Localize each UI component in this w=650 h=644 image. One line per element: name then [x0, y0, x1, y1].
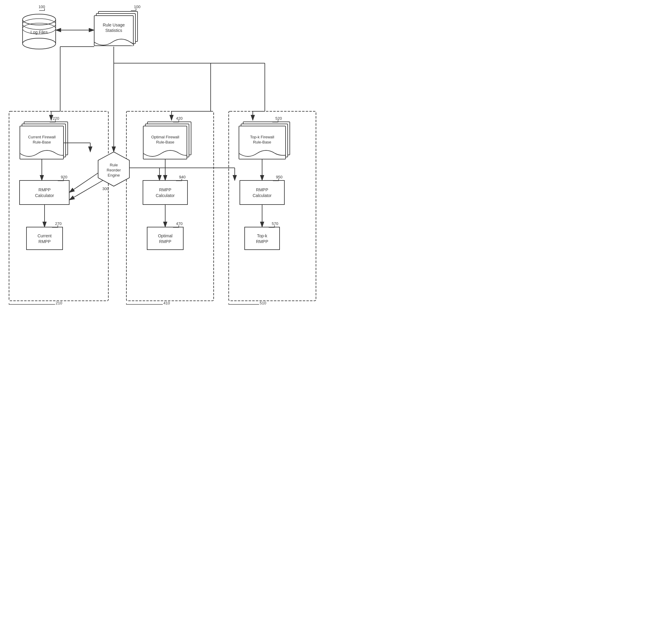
ref-300: 300 — [102, 187, 109, 191]
rmpp920-label2: Calculator — [35, 193, 54, 198]
svg-rect-28 — [229, 111, 316, 301]
svg-rect-55 — [245, 227, 280, 250]
svg-rect-29 — [24, 122, 68, 155]
rre-label1: Rule — [110, 163, 118, 167]
ref-log-files: 100 — [38, 4, 45, 9]
rmpp940-label2: Calculator — [155, 193, 175, 198]
current-fw-label2: Rule-Base — [33, 140, 51, 144]
log-files-label: Log Files — [31, 30, 48, 35]
rule-usage-label-line2: Statistics — [105, 28, 122, 33]
svg-rect-47 — [20, 181, 69, 204]
svg-rect-41 — [143, 126, 187, 159]
svg-point-7 — [23, 23, 56, 34]
ref-520: 520 — [275, 116, 282, 121]
svg-rect-10 — [94, 16, 133, 46]
topk-rmpp-label1: Top-k — [257, 233, 267, 238]
svg-rect-31 — [20, 126, 64, 159]
svg-rect-54 — [147, 227, 183, 250]
rre-label3: Engine — [108, 173, 120, 178]
rmpp950-label1: RMPP — [256, 187, 268, 192]
rmpp920-label1: RMPP — [38, 187, 50, 192]
svg-point-2 — [23, 14, 56, 25]
svg-rect-45 — [239, 126, 286, 159]
ref-510: 510 — [260, 301, 266, 305]
rmpp940-label1: RMPP — [159, 187, 171, 192]
svg-rect-8 — [98, 11, 138, 41]
current-fw-label1: Current Firewall — [28, 135, 56, 139]
optimal-rmpp-label2: RMPP — [159, 239, 171, 244]
svg-point-3 — [23, 38, 56, 49]
svg-rect-51 — [240, 181, 284, 204]
ref-210: 210 — [56, 301, 62, 305]
optimal-fw-label2: Rule-Base — [156, 140, 175, 144]
svg-rect-30 — [22, 124, 66, 157]
ref-410: 410 — [164, 301, 170, 305]
ref-270: 270 — [55, 221, 62, 226]
current-rmpp-label1: Current — [38, 233, 52, 238]
current-rmpp-label2: RMPP — [38, 239, 50, 244]
svg-rect-49 — [143, 181, 187, 204]
ref-470: 470 — [176, 221, 183, 226]
svg-marker-38 — [98, 152, 130, 186]
rre-label2: Reorder — [107, 168, 121, 173]
optimal-rmpp-label1: Optimal — [158, 233, 173, 238]
svg-line-58 — [69, 173, 98, 192]
topk-fw-label1: Top-k Firewall — [250, 135, 274, 139]
ref-950: 950 — [276, 175, 283, 179]
rmpp950-label2: Calculator — [252, 193, 272, 198]
svg-point-6 — [23, 18, 56, 30]
optimal-fw-label1: Optimal Firewall — [151, 135, 179, 139]
svg-rect-26 — [9, 111, 108, 301]
ref-940: 940 — [179, 175, 186, 179]
svg-rect-27 — [127, 111, 214, 301]
ref-220: 220 — [53, 116, 59, 121]
svg-rect-9 — [96, 13, 135, 44]
ref-420: 420 — [176, 116, 183, 121]
svg-rect-43 — [243, 122, 290, 155]
svg-rect-40 — [145, 124, 189, 157]
svg-rect-44 — [241, 124, 288, 157]
system-diagram: 100 100 Log Files Rule Usage Statistics — [0, 0, 325, 322]
svg-line-33 — [69, 179, 105, 200]
ref-rule-usage: 100 — [134, 4, 141, 9]
topk-rmpp-label2: RMPP — [256, 239, 268, 244]
ref-920: 920 — [61, 175, 67, 179]
svg-rect-39 — [147, 122, 191, 155]
rule-usage-label-line1: Rule Usage — [103, 23, 124, 27]
topk-fw-label2: Rule-Base — [253, 140, 272, 144]
svg-rect-53 — [27, 227, 63, 250]
ref-570: 570 — [272, 221, 278, 226]
